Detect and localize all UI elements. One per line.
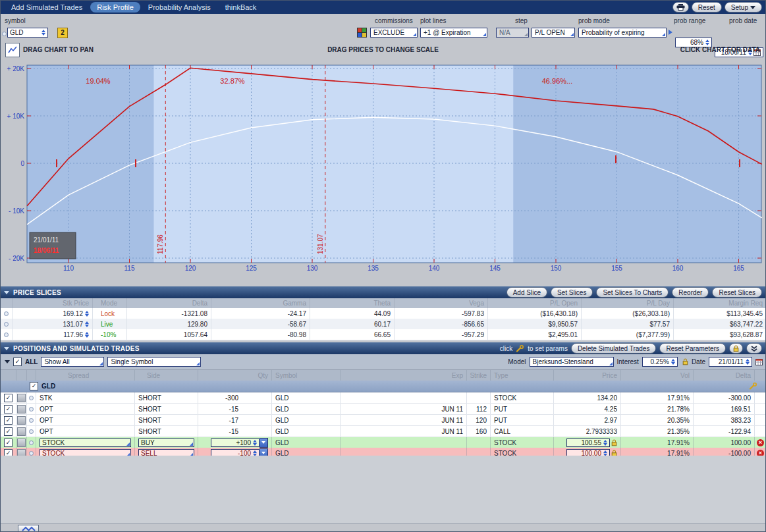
reset-slices-button[interactable]: Reset Slices	[712, 287, 762, 298]
link-dot[interactable]	[4, 322, 9, 327]
svg-text:131.07: 131.07	[317, 234, 324, 254]
row-checkbox[interactable]: ✓	[4, 416, 13, 425]
tab-probability-analysis[interactable]: Probability Analysis	[142, 2, 217, 13]
slice-stk-price[interactable]: 169.12	[13, 308, 93, 319]
slice-mode[interactable]: Lock	[93, 308, 127, 319]
spinner-arrows[interactable]	[671, 359, 675, 365]
tab-add-simulated-trades[interactable]: Add Simulated Trades	[5, 2, 89, 13]
link-dot[interactable]	[29, 418, 34, 423]
slice-pl-open: ($16,430.18)	[488, 308, 582, 319]
setup-button[interactable]: Setup	[725, 2, 762, 13]
set-slices-button[interactable]: Set Slices	[551, 287, 593, 298]
svg-text:19.04%: 19.04%	[86, 77, 111, 85]
col-vol: Vol	[621, 370, 694, 381]
col-theta: Theta	[310, 298, 395, 308]
slice-stk-price[interactable]: 131.07	[13, 319, 93, 329]
risk-profile-chart[interactable]: 110115120125130135140145150155160165+ 20…	[1, 60, 766, 277]
qty-dropdown-button[interactable]	[260, 438, 268, 448]
row-checkbox[interactable]: ✓	[4, 394, 13, 402]
chevron-down-icon	[261, 452, 265, 454]
commissions-dropdown[interactable]: EXCLUDE	[370, 28, 418, 38]
price-slice-row: 117.96 -10% 1057.64 -80.98 66.65 -957.29…	[1, 329, 766, 340]
print-button[interactable]	[672, 2, 689, 13]
row-options-button[interactable]	[17, 439, 26, 447]
step-dropdown[interactable]: N/A	[496, 28, 529, 38]
row-checkbox[interactable]: ✓	[4, 427, 13, 436]
set-slices-to-charts-button[interactable]: Set Slices To Charts	[596, 287, 669, 298]
tab-risk-profile[interactable]: Risk Profile	[90, 2, 140, 13]
delete-simulated-trades-button[interactable]: Delete Simulated Trades	[571, 343, 657, 354]
reset-button[interactable]: Reset	[692, 2, 722, 13]
calendar-icon[interactable]	[755, 358, 763, 365]
bottom-scrollbar[interactable]	[1, 523, 766, 532]
link-dot[interactable]	[29, 451, 34, 456]
group-checkbox[interactable]: ✓	[30, 382, 38, 390]
svg-text:155: 155	[611, 265, 622, 272]
select-all-checkbox[interactable]: ✓	[13, 358, 22, 366]
spinner-arrows[interactable]	[85, 321, 89, 327]
all-label: ALL	[25, 358, 38, 365]
wrench-icon[interactable]	[749, 381, 766, 392]
cell-vol: 21.78%	[621, 404, 694, 414]
slice-vega: -856.65	[395, 319, 488, 329]
slice-mode[interactable]: Live	[93, 319, 127, 329]
sim-side-dropdown[interactable]: BUY	[138, 439, 194, 447]
col-margin-req: Margin Req	[674, 298, 766, 308]
lock-icon[interactable]	[611, 439, 617, 446]
collapse-group-icon[interactable]	[5, 360, 10, 363]
row-options-button[interactable]	[17, 394, 26, 402]
spinner-arrows[interactable]	[41, 30, 45, 36]
lock-icon[interactable]	[682, 358, 688, 365]
model-dropdown[interactable]: Bjerksund-Stensland	[530, 357, 614, 367]
reset-parameters-button[interactable]: Reset Parameters	[659, 343, 726, 354]
link-group-badge[interactable]: 2	[57, 28, 68, 38]
collapse-positions-icon[interactable]	[4, 347, 9, 350]
restore-pane-button[interactable]	[18, 525, 39, 532]
slice-delta: 1057.64	[127, 329, 211, 340]
link-dot[interactable]	[4, 332, 9, 337]
spinner-arrows[interactable]	[746, 359, 750, 365]
wrench-icon	[516, 345, 524, 352]
pan-mode-button[interactable]	[5, 43, 20, 57]
pl-mode-dropdown[interactable]: P/L OPEN	[532, 28, 575, 38]
lock-layout-button[interactable]	[729, 343, 743, 354]
date-input[interactable]: 21/01/11	[709, 357, 752, 367]
collapse-section-button[interactable]	[746, 343, 762, 354]
commissions-grid-icon[interactable]	[357, 28, 367, 40]
row-options-button[interactable]	[17, 416, 26, 425]
add-slice-button[interactable]: Add Slice	[506, 287, 547, 298]
commissions-value: EXCLUDE	[373, 29, 404, 36]
row-checkbox[interactable]: ✓	[4, 405, 13, 413]
spinner-arrows[interactable]	[253, 440, 257, 446]
sim-price-input[interactable]: 100.55	[566, 439, 610, 447]
link-dot[interactable]	[4, 311, 9, 316]
sim-spread-dropdown[interactable]: STOCK	[40, 439, 131, 447]
link-dot[interactable]	[29, 429, 34, 434]
prob-mode-dropdown[interactable]: Probability of expiring	[578, 28, 667, 38]
link-dot[interactable]	[29, 407, 34, 412]
sim-qty-input[interactable]: +100	[211, 439, 260, 447]
row-checkbox[interactable]: ✓	[4, 439, 13, 447]
symbol-group-row[interactable]: ✓ GLD	[1, 381, 766, 392]
spinner-arrows[interactable]	[603, 440, 607, 446]
spinner-arrows[interactable]	[85, 332, 89, 338]
link-dot[interactable]	[29, 396, 34, 400]
row-options-button[interactable]	[17, 427, 26, 436]
single-symbol-dropdown[interactable]: Single Symbol	[107, 357, 201, 367]
symbol-input[interactable]: GLD	[7, 28, 48, 38]
tab-thinkback[interactable]: thinkBack	[219, 2, 263, 13]
show-all-dropdown[interactable]: Show All	[41, 357, 104, 367]
slice-mode[interactable]: -10%	[93, 329, 127, 340]
row-options-button[interactable]	[17, 405, 26, 413]
plot-lines-dropdown[interactable]: +1 @ Expiration	[420, 28, 487, 38]
link-dot[interactable]	[29, 440, 34, 445]
delete-trade-button[interactable]: ×	[757, 439, 764, 446]
expand-right-icon[interactable]	[669, 30, 672, 35]
cell-exp: JUN 11	[341, 426, 467, 437]
link-dot[interactable]	[2, 32, 7, 36]
reorder-button[interactable]: Reorder	[672, 287, 709, 298]
collapse-slices-icon[interactable]	[4, 291, 9, 294]
slice-stk-price[interactable]: 117.96	[13, 329, 93, 340]
interest-input[interactable]: 0.25%	[642, 357, 678, 367]
spinner-arrows[interactable]	[85, 311, 89, 317]
